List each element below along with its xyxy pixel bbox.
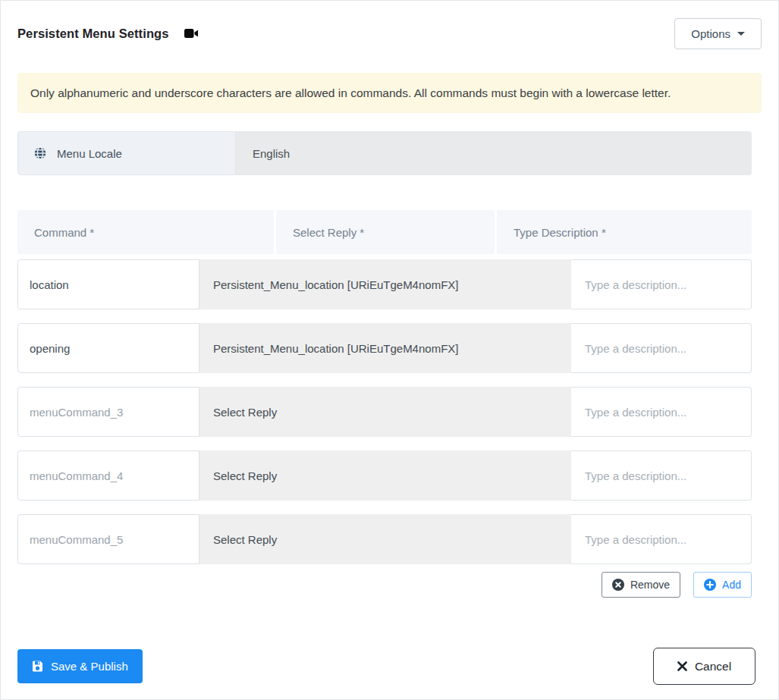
add-row-button[interactable]: Add — [693, 572, 752, 598]
reply-select-value: Select Reply — [213, 469, 277, 482]
commands-table-header: Command * Select Reply * Type Descriptio… — [17, 210, 752, 254]
command-input[interactable] — [17, 323, 199, 373]
table-row: Select Reply — [17, 450, 752, 501]
cancel-button-label: Cancel — [695, 660, 731, 673]
header-select-reply: Select Reply * — [276, 210, 495, 254]
remove-button-label: Remove — [630, 579, 670, 591]
description-input[interactable] — [571, 450, 752, 501]
menu-locale-value: English — [236, 131, 752, 175]
top-bar: Persistent Menu Settings Options — [17, 17, 762, 49]
menu-locale-group: Menu Locale English — [17, 131, 752, 175]
reply-select[interactable]: Select Reply — [199, 450, 571, 501]
footer: Save & Publish Cancel — [17, 648, 762, 685]
reply-select-value: Persistent_Menu_location [URiEuTgeM4nomF… — [213, 342, 458, 355]
header-type-description: Type Description * — [497, 210, 752, 254]
command-rules-alert-text: Only alphanumeric and underscore charact… — [30, 86, 671, 100]
command-rules-alert: Only alphanumeric and underscore charact… — [17, 73, 762, 113]
floppy-icon — [32, 661, 43, 672]
reply-select[interactable]: Select Reply — [199, 387, 571, 437]
options-button-label: Options — [691, 27, 730, 40]
cancel-button[interactable]: Cancel — [653, 648, 755, 685]
description-input[interactable] — [571, 259, 752, 309]
command-input[interactable] — [17, 450, 199, 501]
save-publish-button[interactable]: Save & Publish — [17, 649, 143, 683]
x-icon — [677, 661, 687, 671]
add-button-label: Add — [722, 579, 741, 591]
command-input[interactable] — [17, 387, 199, 437]
description-input[interactable] — [571, 323, 752, 373]
table-row: Select Reply — [17, 387, 752, 437]
table-row: Persistent_Menu_location [URiEuTgeM4nomF… — [17, 323, 752, 373]
menu-locale-label: Menu Locale — [57, 147, 122, 160]
menu-locale-label-addon: Menu Locale — [17, 131, 236, 175]
page-title: Persistent Menu Settings — [17, 27, 169, 41]
reply-select[interactable]: Persistent_Menu_location [URiEuTgeM4nomF… — [199, 259, 571, 309]
persistent-menu-settings-panel: Persistent Menu Settings Options Only al… — [0, 0, 779, 700]
reply-select[interactable]: Persistent_Menu_location [URiEuTgeM4nomF… — [199, 323, 571, 373]
command-input[interactable] — [17, 514, 199, 564]
header-command: Command * — [17, 210, 274, 254]
reply-select-value: Select Reply — [213, 406, 277, 419]
table-row: Select Reply — [17, 514, 752, 564]
reply-select-value: Select Reply — [213, 533, 277, 546]
circle-plus-icon — [704, 579, 716, 591]
title-wrap: Persistent Menu Settings — [17, 27, 199, 41]
menu-locale-value-text: English — [253, 147, 290, 160]
row-actions: Remove Add — [17, 572, 752, 598]
description-input[interactable] — [571, 514, 752, 564]
save-publish-label: Save & Publish — [51, 660, 128, 673]
table-row: Persistent_Menu_location [URiEuTgeM4nomF… — [17, 259, 752, 309]
description-input[interactable] — [571, 387, 752, 437]
reply-select[interactable]: Select Reply — [199, 514, 571, 564]
command-input[interactable] — [17, 259, 199, 309]
options-button[interactable]: Options — [674, 18, 762, 49]
caret-down-icon — [737, 32, 745, 36]
reply-select-value: Persistent_Menu_location [URiEuTgeM4nomF… — [213, 278, 458, 291]
globe-icon — [33, 146, 47, 160]
video-camera-icon — [184, 27, 199, 39]
remove-row-button[interactable]: Remove — [602, 572, 680, 598]
circle-x-icon — [612, 579, 624, 591]
